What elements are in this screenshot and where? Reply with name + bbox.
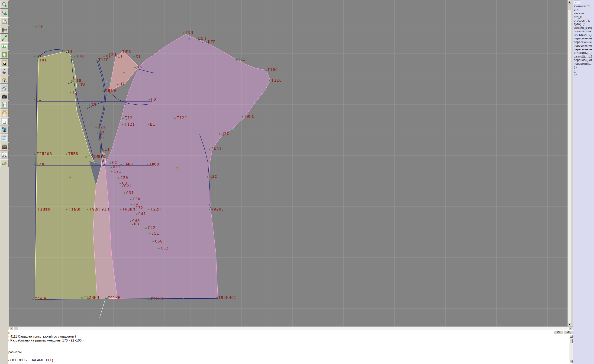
command-item[interactable]: := (574, 0, 580, 4)
point-marker (130, 221, 131, 222)
point-marker (125, 104, 126, 105)
program-text-panel[interactable]: 0 Рз Мд { 4111 Сарафан трикотажный со ск… (8, 330, 573, 364)
pan-pattern-button[interactable] (0, 17, 9, 25)
point-marker (132, 224, 133, 225)
point-marker (120, 209, 121, 210)
point-label: Ц1 (150, 122, 155, 126)
command-item[interactable]: сплайн_к[10] (574, 26, 594, 30)
scroll-left-icon[interactable]: ◄ (9, 327, 13, 330)
camera-icon (1, 93, 7, 99)
command-item[interactable]: пересечение (574, 37, 594, 40)
image-button[interactable] (0, 42, 9, 50)
md-button[interactable]: Мд (564, 331, 573, 334)
command-item[interactable]: [ ] (574, 69, 594, 73)
command-item[interactable]: сжать((),..,1.1 (574, 55, 594, 59)
command-item[interactable]: лекало (574, 12, 594, 15)
command-item[interactable]: рз_ (574, 73, 594, 76)
pattern-drawing[interactable]: Т0Т9ПЦ5ПЦ7ПТ3Т4Т1Т7ТХТ2ПХ2Т11Т4Т6Т01Т11П… (9, 0, 567, 326)
point-marker (122, 118, 124, 119)
pattern-m-button[interactable]: M (0, 59, 9, 67)
view-3d-button[interactable]: 3D (0, 126, 9, 134)
segment-button[interactable] (0, 34, 9, 42)
rz-button[interactable]: Рз (554, 331, 563, 334)
point-label: Ц2С (222, 132, 229, 136)
command-item[interactable]: поворот(())... (574, 62, 594, 66)
drawing-tools-button[interactable]: W (0, 67, 9, 75)
cube-3d-icon: 3D (1, 127, 7, 133)
point-marker (118, 178, 119, 179)
svg-text:3D: 3D (3, 129, 6, 133)
point-label: С2 (112, 160, 117, 165)
command-item[interactable]: отл (574, 8, 594, 12)
command-item[interactable]: дуга(...); (574, 22, 594, 26)
point-label: Ц5П (198, 36, 206, 40)
zoom-out-button[interactable] (0, 9, 9, 17)
pattern-piece-button[interactable] (0, 51, 9, 59)
point-label: Т4 (68, 49, 73, 53)
point-marker (219, 133, 220, 135)
measure-button[interactable]: 8 (0, 84, 9, 92)
command-item[interactable]: пересечение (574, 40, 594, 44)
garment-sketch-button[interactable] (0, 118, 9, 126)
scroll-down-icon[interactable]: ▼ (568, 323, 571, 326)
point-marker (96, 127, 97, 128)
pattern-canvas[interactable]: Т0Т9ПЦ5ПЦ7ПТ3Т4Т1Т7ТХТ2ПХ2Т11Т4Т6Т01Т11П… (9, 0, 567, 326)
point-marker (136, 214, 137, 215)
point-label: Ц21 (98, 125, 106, 129)
command-item[interactable]: т:=точка(т.х, (574, 4, 594, 8)
text-panel-scrollbar[interactable]: ▲ ▼ (569, 335, 573, 363)
canvas-horizontal-scrollbar[interactable]: ◄ ► (9, 326, 573, 330)
canvas-vertical-scrollbar[interactable]: ▲ ▼ (567, 0, 571, 326)
point-label: Т5В (71, 152, 78, 156)
point-label: С41 (138, 212, 146, 216)
size-table-button[interactable] (0, 101, 9, 109)
scroll-down-icon[interactable]: ▼ (569, 360, 573, 363)
scroll-up-icon[interactable]: ▲ (569, 335, 573, 338)
point-label: Ц2 (100, 131, 105, 135)
scroll-right-icon[interactable]: ► (569, 327, 572, 330)
point-marker (206, 42, 207, 43)
program-comment-lines[interactable]: { 4111 Сарафан трикотажный со складками … (8, 335, 83, 362)
library-button[interactable] (0, 143, 9, 151)
point-marker (133, 208, 134, 209)
command-item[interactable]: перенос((),от (574, 58, 594, 62)
command-item[interactable]: пересечение (574, 47, 594, 51)
zoom-in-button[interactable] (0, 1, 9, 9)
point-label: Т6 (126, 50, 131, 54)
point-marker (96, 209, 98, 210)
text-list-icon (1, 135, 7, 141)
picture-icon (1, 43, 7, 49)
command-item[interactable]: { } (574, 65, 594, 69)
command-item[interactable]: отрезок( , ); (574, 19, 594, 22)
command-item[interactable]: отложить(...); (574, 51, 594, 55)
command-item[interactable]: ЗАПИСАТЬ(и (574, 33, 594, 37)
text-list-button[interactable] (0, 134, 9, 142)
point-label: Т22Н (151, 207, 161, 212)
grazia-button[interactable]: G (0, 76, 9, 84)
point-label: Т11 (115, 54, 123, 59)
point-marker (78, 85, 79, 86)
grid-button[interactable] (0, 26, 9, 34)
hscroll-thumb[interactable] (14, 327, 18, 330)
client-photo-button[interactable] (0, 109, 9, 117)
command-item[interactable]: отл_В (574, 15, 594, 19)
point-label: Г0 (151, 97, 156, 102)
text-vscroll-thumb[interactable] (569, 339, 573, 343)
construction-line (87, 102, 106, 108)
point-label: Ц7 (120, 82, 125, 86)
point-label: Т92Н (90, 207, 100, 212)
point-label: Ц10 (98, 154, 106, 159)
command-item[interactable]: :=метка(точк (574, 29, 594, 33)
snapshot-button[interactable] (0, 93, 9, 100)
notch-tick (105, 80, 107, 82)
point-label: ТХ (79, 54, 84, 59)
vscroll-thumb[interactable] (568, 4, 571, 10)
clear-button[interactable] (0, 159, 9, 167)
command-item[interactable]: пересечение (574, 44, 594, 47)
point-marker (145, 228, 147, 229)
point-label: Д20В (42, 152, 52, 156)
point-label: С51 (152, 231, 159, 236)
scroll-up-icon[interactable]: ▲ (568, 0, 571, 3)
algorithm-button[interactable]: ALG (0, 151, 9, 159)
notch-tick (80, 100, 82, 101)
